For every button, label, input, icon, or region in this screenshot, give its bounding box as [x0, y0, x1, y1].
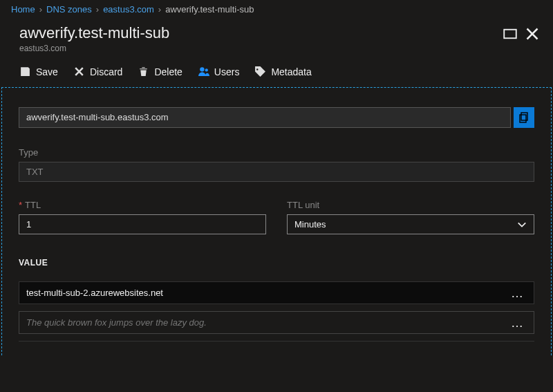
- content-panel: awverify.test-multi-sub.eastus3.com Type…: [1, 87, 552, 355]
- breadcrumb: Home › DNS zones › eastus3.com › awverif…: [0, 0, 553, 19]
- discard-icon: [73, 66, 85, 77]
- command-bar: Save Discard Delete Users Metadata: [0, 59, 553, 87]
- delete-button[interactable]: Delete: [138, 66, 182, 77]
- value-text: test-multi-sub-2.azurewebsites.net: [26, 288, 508, 298]
- copy-button[interactable]: [514, 107, 534, 128]
- discard-button[interactable]: Discard: [73, 66, 122, 77]
- chevron-right-icon: ›: [39, 4, 42, 15]
- fqdn-display: awverify.test-multi-sub.eastus3.com: [19, 107, 511, 128]
- svg-point-2: [205, 68, 207, 71]
- ttl-unit-label: TTL unit: [287, 200, 534, 210]
- ttl-unit-select[interactable]: Minutes: [287, 214, 534, 234]
- row-menu-button[interactable]: …: [508, 290, 527, 297]
- row-menu-button[interactable]: …: [508, 319, 527, 326]
- value-input[interactable]: [26, 317, 508, 328]
- tag-icon: [254, 66, 266, 77]
- type-value: TXT: [19, 162, 534, 182]
- ttl-unit-value: Minutes: [294, 219, 326, 230]
- ttl-label: *TTL: [19, 200, 266, 210]
- trash-icon: [138, 66, 149, 77]
- value-row-new[interactable]: …: [19, 311, 534, 334]
- value-section-header: VALUE: [19, 258, 534, 268]
- copy-icon: [518, 112, 529, 123]
- breadcrumb-home[interactable]: Home: [11, 4, 35, 15]
- svg-rect-0: [504, 30, 516, 39]
- blade-header: awverify.test-multi-sub eastus3.com: [0, 19, 553, 59]
- svg-point-1: [200, 67, 204, 71]
- users-icon: [198, 66, 209, 77]
- divider: [19, 341, 534, 342]
- chevron-right-icon: ›: [158, 4, 161, 15]
- save-label: Save: [36, 66, 58, 77]
- page-title: awverify.test-multi-sub: [19, 24, 169, 42]
- delete-label: Delete: [154, 66, 182, 77]
- close-icon[interactable]: [525, 27, 539, 41]
- users-button[interactable]: Users: [198, 66, 240, 77]
- ttl-input[interactable]: [19, 214, 266, 234]
- breadcrumb-current: awverify.test-multi-sub: [165, 4, 254, 15]
- page-subtitle: eastus3.com: [19, 44, 169, 53]
- save-icon: [19, 66, 31, 77]
- save-button[interactable]: Save: [19, 66, 58, 77]
- breadcrumb-zone[interactable]: eastus3.com: [103, 4, 154, 15]
- users-label: Users: [214, 66, 240, 77]
- value-row[interactable]: test-multi-sub-2.azurewebsites.net …: [19, 281, 534, 304]
- metadata-button[interactable]: Metadata: [254, 66, 311, 77]
- discard-label: Discard: [90, 66, 122, 77]
- chevron-right-icon: ›: [96, 4, 99, 15]
- restore-window-icon[interactable]: [503, 27, 517, 41]
- breadcrumb-dns-zones[interactable]: DNS zones: [46, 4, 92, 15]
- type-label: Type: [19, 147, 534, 158]
- chevron-down-icon: [517, 220, 527, 230]
- metadata-label: Metadata: [271, 66, 311, 77]
